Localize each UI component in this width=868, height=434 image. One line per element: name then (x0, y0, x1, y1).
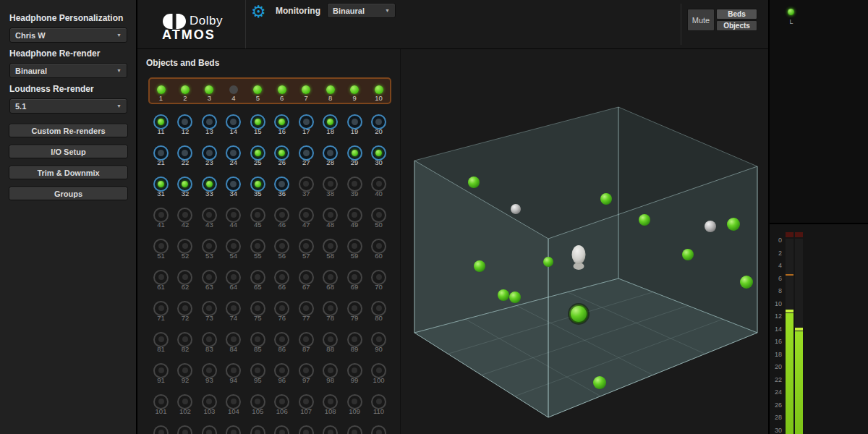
object-channel-63[interactable] (202, 270, 217, 285)
object-channel-75[interactable] (250, 301, 265, 316)
object-channel-65[interactable] (250, 270, 265, 285)
object-channel-87[interactable] (299, 332, 314, 347)
object-channel-14[interactable] (226, 114, 241, 129)
object-channel-104[interactable] (226, 394, 241, 409)
object-channel-78[interactable] (323, 301, 338, 316)
object-channel-30[interactable] (371, 145, 386, 161)
object-channel-41[interactable] (153, 208, 169, 223)
headphone-rerender-select[interactable]: Binaural ▼ (9, 63, 127, 78)
object-channel-99[interactable] (347, 363, 362, 378)
object-channel-76[interactable] (274, 301, 289, 316)
object-channel-68[interactable] (323, 270, 338, 285)
bed-channel-6[interactable] (278, 85, 286, 94)
object-channel-95[interactable] (250, 363, 265, 378)
object-channel-16[interactable] (274, 114, 289, 129)
object-channel-89[interactable] (347, 332, 362, 347)
bed-channel-1[interactable] (157, 85, 166, 94)
object-channel-33[interactable] (202, 176, 217, 192)
object-channel-72[interactable] (177, 301, 192, 316)
object-channel-25[interactable] (250, 145, 265, 161)
object-channel-29[interactable] (347, 145, 362, 161)
bed-channel-8[interactable] (326, 85, 335, 94)
object-channel-20[interactable] (371, 114, 386, 129)
object-channel-102[interactable] (177, 394, 192, 409)
object-channel-47[interactable] (299, 208, 314, 223)
object-channel-84[interactable] (226, 332, 241, 347)
object-channel-40[interactable] (371, 176, 386, 192)
sidebar-button-trim-downmix[interactable]: Trim & Downmix (9, 166, 128, 179)
object-channel-62[interactable] (177, 270, 192, 285)
objects-toggle-button[interactable]: Objects (716, 20, 757, 31)
object-channel-106[interactable] (274, 394, 289, 409)
object-channel-103[interactable] (202, 394, 217, 409)
object-channel-96[interactable] (274, 363, 289, 378)
object-channel-61[interactable] (153, 270, 169, 285)
bed-channel-4[interactable] (229, 85, 238, 94)
beds-toggle-button[interactable]: Beds (716, 9, 757, 20)
object-channel-11[interactable] (153, 114, 169, 129)
object-channel-74[interactable] (226, 301, 241, 316)
object-channel-35[interactable] (250, 176, 265, 192)
monitoring-select[interactable]: Binaural ▼ (327, 3, 396, 18)
object-channel-56[interactable] (274, 239, 289, 254)
bed-channel-9[interactable] (350, 85, 359, 94)
object-channel-58[interactable] (323, 239, 338, 254)
object-channel-50[interactable] (371, 208, 386, 223)
object-channel-51[interactable] (153, 239, 169, 254)
object-channel-36[interactable] (274, 176, 289, 192)
object-channel-71[interactable] (153, 301, 169, 316)
sidebar-button-custom-re-renders[interactable]: Custom Re-renders (9, 124, 128, 137)
bed-channel-2[interactable] (181, 85, 190, 94)
object-channel-109[interactable] (347, 394, 362, 409)
bed-channel-10[interactable] (375, 85, 383, 94)
object-channel-49[interactable] (347, 208, 362, 223)
object-channel-45[interactable] (250, 208, 265, 223)
object-channel-44[interactable] (226, 208, 241, 223)
object-channel-12[interactable] (177, 114, 192, 129)
object-channel-18[interactable] (323, 114, 338, 129)
object-channel-60[interactable] (371, 239, 386, 254)
object-channel-105[interactable] (250, 394, 265, 409)
sidebar-button-groups[interactable]: Groups (9, 187, 128, 200)
object-channel-26[interactable] (274, 145, 289, 161)
object-channel-42[interactable] (177, 208, 192, 223)
headphone-personalization-select[interactable]: Chris W ▼ (9, 27, 127, 43)
object-channel-108[interactable] (323, 394, 338, 409)
object-channel-32[interactable] (177, 176, 192, 192)
object-channel-34[interactable] (226, 176, 241, 192)
object-channel-73[interactable] (202, 301, 217, 316)
object-channel-67[interactable] (299, 270, 314, 285)
object-channel-107[interactable] (299, 394, 314, 409)
object-channel-101[interactable] (153, 394, 169, 409)
object-channel-19[interactable] (347, 114, 362, 129)
object-channel-24[interactable] (226, 145, 241, 161)
object-channel-52[interactable] (177, 239, 192, 254)
object-channel-53[interactable] (202, 239, 217, 254)
object-channel-23[interactable] (202, 145, 217, 161)
object-channel-66[interactable] (274, 270, 289, 285)
object-channel-17[interactable] (299, 114, 314, 129)
object-channel-93[interactable] (202, 363, 217, 378)
object-channel-22[interactable] (177, 145, 192, 161)
object-channel-15[interactable] (250, 114, 265, 129)
object-channel-81[interactable] (153, 332, 169, 347)
object-channel-46[interactable] (274, 208, 289, 223)
object-channel-21[interactable] (153, 145, 169, 161)
object-channel-38[interactable] (323, 176, 338, 192)
object-channel-91[interactable] (153, 363, 169, 378)
object-channel-94[interactable] (226, 363, 241, 378)
object-channel-90[interactable] (371, 332, 386, 347)
object-channel-48[interactable] (323, 208, 338, 223)
object-channel-70[interactable] (371, 270, 386, 285)
object-channel-98[interactable] (323, 363, 338, 378)
loudness-rerender-select[interactable]: 5.1 ▼ (9, 98, 127, 114)
object-channel-59[interactable] (347, 239, 362, 254)
gear-icon[interactable]: ⚙ (251, 2, 266, 22)
object-channel-13[interactable] (202, 114, 217, 129)
object-channel-54[interactable] (226, 239, 241, 254)
mute-button[interactable]: Mute (687, 9, 715, 31)
object-channel-100[interactable] (371, 363, 386, 378)
object-channel-97[interactable] (299, 363, 314, 378)
object-channel-57[interactable] (299, 239, 314, 254)
object-channel-85[interactable] (250, 332, 265, 347)
